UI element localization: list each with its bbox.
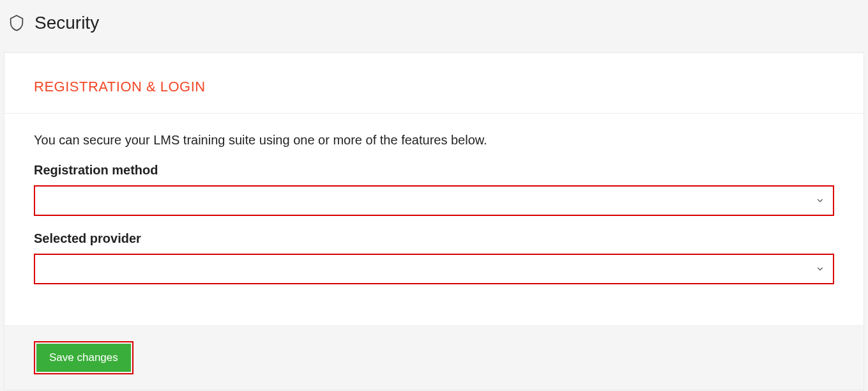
- registration-method-field: Registration method: [34, 163, 834, 216]
- page-title: Security: [34, 13, 99, 33]
- section-body: You can secure your LMS training suite u…: [4, 114, 864, 325]
- page-header: Security: [4, 4, 864, 52]
- save-button-highlight: Save changes: [34, 341, 133, 374]
- section-header: REGISTRATION & LOGIN: [4, 53, 864, 114]
- selected-provider-field: Selected provider: [34, 231, 834, 284]
- chevron-down-icon: [816, 264, 825, 273]
- selected-provider-label: Selected provider: [34, 231, 834, 246]
- registration-method-select[interactable]: [34, 185, 834, 216]
- selected-provider-value: [35, 255, 807, 283]
- registration-method-value: [35, 187, 807, 215]
- section-title: REGISTRATION & LOGIN: [34, 79, 864, 95]
- content-card: REGISTRATION & LOGIN You can secure your…: [4, 52, 864, 390]
- registration-method-toggle[interactable]: [807, 187, 833, 215]
- selected-provider-toggle[interactable]: [807, 255, 833, 283]
- selected-provider-select[interactable]: [34, 254, 834, 284]
- registration-method-label: Registration method: [34, 163, 834, 178]
- footer-bar: Save changes: [4, 325, 864, 390]
- section-description: You can secure your LMS training suite u…: [34, 133, 834, 148]
- shield-icon: [8, 14, 26, 32]
- save-changes-button[interactable]: Save changes: [36, 344, 131, 372]
- chevron-down-icon: [816, 196, 825, 205]
